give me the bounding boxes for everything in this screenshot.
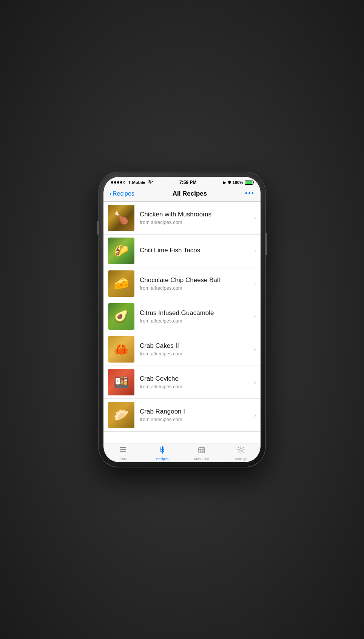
recipe-thumb-crab-rangoon-i xyxy=(108,402,134,428)
recipe-source-chicken-mushrooms: from allrecipes.com xyxy=(140,219,251,225)
bluetooth-icon: ✱ xyxy=(228,180,231,185)
battery-percent: 100% xyxy=(233,180,243,185)
recipe-info-chili-lime-tacos: Chili Lime Fish Tacos xyxy=(140,247,251,255)
svg-point-7 xyxy=(240,449,242,451)
tab-lists-label: Lists xyxy=(120,457,127,461)
svg-rect-6 xyxy=(202,451,204,452)
recipe-source-crab-cakes-ii: from allrecipes.com xyxy=(140,351,251,357)
signal-dot-3 xyxy=(117,181,119,184)
lists-icon xyxy=(119,446,127,456)
svg-rect-2 xyxy=(120,451,126,452)
back-button[interactable]: ‹ Recipes xyxy=(110,190,134,198)
battery-fill xyxy=(245,181,252,184)
signal-dot-5 xyxy=(123,181,125,184)
tab-settings-label: Settings xyxy=(235,457,247,461)
recipe-item-citrus-guacamole[interactable]: Citrus Infused Guacamole from allrecipes… xyxy=(103,300,261,333)
phone-inner: T-Mobile 7:59 PM ▶ ✱ 100% xyxy=(103,177,261,462)
tab-settings[interactable]: Settings xyxy=(221,446,261,461)
recipe-thumb-chicken-mushrooms xyxy=(108,205,134,231)
recipe-info-chocolate-cheeseball: Chocolate Chip Cheese Ball from allrecip… xyxy=(140,276,251,291)
battery-indicator xyxy=(245,181,253,185)
signal-dots xyxy=(111,181,125,184)
nav-bar: ‹ Recipes All Recipes ••• xyxy=(103,187,261,202)
meal-plan-icon xyxy=(197,446,206,456)
recipe-name-chocolate-cheeseball: Chocolate Chip Cheese Ball xyxy=(140,276,251,284)
carrier-name: T-Mobile xyxy=(128,180,145,185)
location-icon: ▶ xyxy=(223,181,226,185)
recipe-source-citrus-guacamole: from allrecipes.com xyxy=(140,318,251,324)
chevron-right-icon-chicken-mushrooms: › xyxy=(254,215,256,221)
tab-recipes-label: Recipes xyxy=(156,457,169,461)
back-chevron-icon: ‹ xyxy=(110,190,112,198)
recipe-item-crab-rangoon-i[interactable]: Crab Rangoon I from allrecipes.com › xyxy=(103,399,261,432)
wifi-icon xyxy=(148,180,153,185)
recipe-list: Chicken with Mushrooms from allrecipes.c… xyxy=(103,202,261,443)
settings-icon xyxy=(237,446,245,456)
tab-meal-plan[interactable]: Meal Plan xyxy=(182,446,221,461)
recipe-item-chicken-mushrooms[interactable]: Chicken with Mushrooms from allrecipes.c… xyxy=(103,202,261,235)
svg-rect-4 xyxy=(199,448,205,453)
tab-meal-plan-label: Meal Plan xyxy=(194,457,209,461)
nav-title: All Recipes xyxy=(173,190,207,198)
status-right: ▶ ✱ 100% xyxy=(223,180,253,185)
screen: T-Mobile 7:59 PM ▶ ✱ 100% xyxy=(103,177,261,462)
recipe-item-chili-lime-tacos[interactable]: Chili Lime Fish Tacos › xyxy=(103,235,261,267)
svg-rect-3 xyxy=(120,447,121,448)
recipe-info-crab-ceviche: Crab Ceviche from allrecipes.com xyxy=(140,375,251,389)
recipe-info-citrus-guacamole: Citrus Infused Guacamole from allrecipes… xyxy=(140,309,251,324)
chevron-right-icon-crab-ceviche: › xyxy=(254,379,256,386)
recipe-name-chicken-mushrooms: Chicken with Mushrooms xyxy=(140,211,251,218)
recipe-source-crab-ceviche: from allrecipes.com xyxy=(140,384,251,389)
chevron-right-icon-crab-cakes-ii: › xyxy=(254,346,256,353)
tab-lists[interactable]: Lists xyxy=(103,446,143,461)
recipe-thumb-crab-ceviche xyxy=(108,369,134,395)
recipe-item-crab-ceviche[interactable]: Crab Ceviche from allrecipes.com › xyxy=(103,366,261,399)
signal-dot-1 xyxy=(111,181,113,184)
recipe-info-chicken-mushrooms: Chicken with Mushrooms from allrecipes.c… xyxy=(140,211,251,225)
recipe-source-chocolate-cheeseball: from allrecipes.com xyxy=(140,285,251,291)
chevron-right-icon-citrus-guacamole: › xyxy=(254,313,256,320)
recipe-name-citrus-guacamole: Citrus Infused Guacamole xyxy=(140,309,251,317)
back-label: Recipes xyxy=(113,190,134,197)
chevron-right-icon-chili-lime-tacos: › xyxy=(254,247,256,254)
recipe-source-crab-rangoon-i: from allrecipes.com xyxy=(140,417,251,422)
chevron-right-icon-crab-rangoon-i: › xyxy=(254,412,256,418)
svg-rect-5 xyxy=(200,451,201,452)
recipe-thumb-chocolate-cheeseball xyxy=(108,270,134,297)
recipe-name-crab-cakes-ii: Crab Cakes II xyxy=(140,342,251,350)
recipes-icon xyxy=(158,446,167,456)
signal-dot-4 xyxy=(120,181,122,184)
battery-icon xyxy=(245,181,253,185)
status-bar: T-Mobile 7:59 PM ▶ ✱ 100% xyxy=(103,177,261,187)
recipe-thumb-chili-lime-tacos xyxy=(108,238,134,264)
recipe-item-chocolate-cheeseball[interactable]: Chocolate Chip Cheese Ball from allrecip… xyxy=(103,267,261,300)
phone-frame: T-Mobile 7:59 PM ▶ ✱ 100% xyxy=(99,172,265,467)
recipe-name-crab-rangoon-i: Crab Rangoon I xyxy=(140,408,251,415)
recipe-info-crab-rangoon-i: Crab Rangoon I from allrecipes.com xyxy=(140,408,251,422)
tab-recipes[interactable]: Recipes xyxy=(143,446,182,461)
recipe-info-crab-cakes-ii: Crab Cakes II from allrecipes.com xyxy=(140,342,251,357)
status-left: T-Mobile xyxy=(111,180,153,185)
status-time: 7:59 PM xyxy=(179,180,196,185)
recipe-item-crab-cakes-ii[interactable]: Crab Cakes II from allrecipes.com › xyxy=(103,333,261,366)
recipe-thumb-crab-cakes-ii xyxy=(108,336,134,363)
svg-rect-1 xyxy=(120,449,126,450)
recipe-thumb-citrus-guacamole xyxy=(108,303,134,330)
chevron-right-icon-chocolate-cheeseball: › xyxy=(254,280,256,287)
tab-bar: Lists Recipes xyxy=(103,443,261,462)
recipe-name-crab-ceviche: Crab Ceviche xyxy=(140,375,251,383)
more-button[interactable]: ••• xyxy=(245,190,254,198)
signal-dot-2 xyxy=(114,181,116,184)
recipe-name-chili-lime-tacos: Chili Lime Fish Tacos xyxy=(140,247,251,254)
